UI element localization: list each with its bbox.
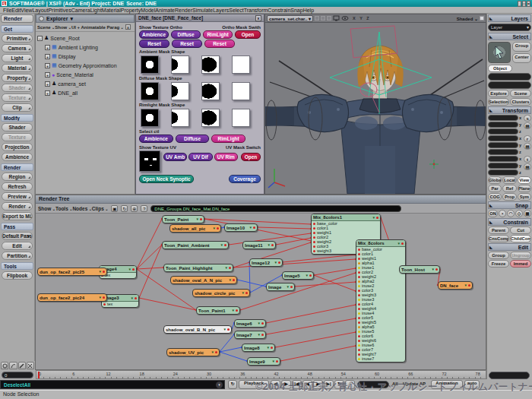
- node-image10[interactable]: Image10▼: [224, 223, 258, 232]
- edit-header[interactable]: Edit: [488, 243, 531, 251]
- snap-header[interactable]: Snap: [488, 201, 531, 209]
- explorer-titlebar[interactable]: Explorer ▾: [36, 14, 135, 23]
- mask-thumbnail-blank[interactable]: [232, 55, 250, 74]
- menu-item[interactable]: Select: [229, 8, 243, 13]
- nav-button[interactable]: Clusters: [510, 98, 531, 106]
- menu-item[interactable]: Snap: [290, 8, 302, 13]
- left-toolbar-item[interactable]: Tools: [1, 262, 33, 270]
- select-ctl-button[interactable]: Diffuse: [176, 135, 210, 143]
- left-toolbar-item[interactable]: Preview: [2, 192, 33, 201]
- tree-expander[interactable]: +: [45, 54, 50, 59]
- menu-item[interactable]: Animate: [155, 8, 175, 13]
- menu-item[interactable]: Primitives: [48, 8, 71, 13]
- node-dun24[interactable]: dun_op_face2_pic24▼: [37, 293, 107, 302]
- ref-mode-button[interactable]: Ref: [502, 185, 516, 192]
- left-toolbar-item[interactable]: Material: [2, 64, 33, 72]
- scale-field[interactable]: [488, 115, 518, 121]
- close-icon[interactable]: x: [255, 15, 261, 21]
- mask-thumbnail-halfmoon[interactable]: [171, 55, 189, 74]
- pencil-tool-tab[interactable]: [18, 362, 26, 369]
- viewport-panel[interactable]: camera_set.char.. ▾ X Y Z Shaded: [264, 14, 486, 195]
- left-toolbar-item[interactable]: Primitive: [2, 34, 33, 43]
- left-toolbar-item[interactable]: Modify: [1, 114, 33, 122]
- node-soa[interactable]: shadow_oval_A_N_pic▼: [170, 276, 237, 284]
- help-icon[interactable]: ?: [141, 205, 147, 212]
- timeline-ruler[interactable]: 06121824303642485460667278: [36, 370, 486, 379]
- node-toon_host[interactable]: Toon_Host▼: [399, 265, 440, 274]
- lasso-tool-tab[interactable]: [1, 362, 8, 369]
- window-control-button[interactable]: ×: [527, 1, 530, 7]
- left-toolbar-item[interactable]: Property: [2, 74, 33, 82]
- explorer-menu[interactable]: Scene: [37, 25, 55, 30]
- tree-row[interactable]: + camera_set: [45, 79, 135, 88]
- render-tree-path-field[interactable]: DNE_Groups.DN_face_Mat.DN_face: [150, 205, 401, 212]
- open-neck-synoptic-button[interactable]: Open Neck Synoptic: [139, 175, 194, 183]
- left-toolbar-item[interactable]: Edit: [2, 242, 33, 250]
- selection-field[interactable]: [488, 73, 531, 81]
- tree-row[interactable]: + Scene_Material: [45, 70, 135, 79]
- mask-thumbnail-circle[interactable]: [141, 109, 159, 127]
- translate-button[interactable]: t: [524, 156, 531, 163]
- explorer-menu[interactable]: Show: [55, 25, 71, 30]
- rotate-field[interactable]: [488, 149, 518, 155]
- node-image12[interactable]: Image12▼: [249, 258, 283, 267]
- ref-mode-button[interactable]: View: [518, 176, 531, 184]
- transform-header[interactable]: Transform: [488, 106, 531, 114]
- mask-thumbnail-circle[interactable]: [141, 82, 159, 100]
- scale-options-icon[interactable]: ▤: [524, 122, 531, 129]
- scissors-tool-tab[interactable]: [27, 362, 34, 369]
- edit-button[interactable]: Ungroup: [510, 252, 531, 259]
- menu-item[interactable]: Layers: [213, 8, 229, 13]
- tree-expander[interactable]: +: [45, 45, 50, 50]
- node-sob[interactable]: shadow_oval_B_N_pic▼: [163, 325, 232, 334]
- tree-row[interactable]: − Scene_Root: [37, 33, 135, 43]
- tree-expander[interactable]: +: [45, 81, 50, 87]
- left-toolbar-item[interactable]: Pass: [1, 223, 33, 230]
- node-mix8[interactable]: Mix_8colors▼base_colorcolor1weight1alpha…: [356, 239, 406, 363]
- menu-item[interactable]: Render: [175, 8, 192, 13]
- ortho-open-button[interactable]: Open: [235, 30, 261, 39]
- ref-mode-button[interactable]: Sym: [518, 193, 531, 201]
- left-toolbar-item[interactable]: Export to MI2: [2, 212, 33, 220]
- node-shadow_all[interactable]: shadow_all_pic▼: [169, 224, 221, 233]
- select-cursor-button[interactable]: [488, 42, 511, 63]
- tree-expander[interactable]: +: [45, 63, 50, 68]
- node-image6[interactable]: Image6▼: [234, 319, 266, 328]
- nav-button[interactable]: Selection: [488, 98, 509, 106]
- node-image7[interactable]: Image7▼: [234, 331, 266, 339]
- node-image5[interactable]: Image5▼: [282, 271, 314, 280]
- edit-button[interactable]: Freeze: [488, 260, 509, 268]
- mask-thumbnail-halfmoon[interactable]: [171, 109, 189, 127]
- menu-item[interactable]: Edit: [11, 8, 21, 13]
- constrain-button[interactable]: CnsComp: [488, 235, 509, 242]
- paint-tool-tab[interactable]: [9, 362, 17, 369]
- rotate-field[interactable]: [488, 142, 518, 148]
- zoom-icon[interactable]: ⊕: [131, 205, 138, 212]
- ortho-button[interactable]: Diffuse: [171, 30, 201, 39]
- lock-icon[interactable]: a: [125, 24, 131, 30]
- scale-field[interactable]: [488, 122, 518, 128]
- select-mode-button[interactable]: Group: [512, 42, 531, 52]
- ref-mode-button[interactable]: Global: [488, 176, 502, 184]
- left-toolbar-item[interactable]: Render: [2, 202, 33, 211]
- left-toolbar-item[interactable]: Texture: [2, 133, 33, 141]
- edit-button[interactable]: Group: [488, 252, 509, 259]
- left-toolbar-item[interactable]: Camera: [2, 44, 33, 52]
- constrain-button[interactable]: Parent: [488, 226, 509, 234]
- ref-mode-button[interactable]: COG: [488, 193, 502, 201]
- snap-on-button[interactable]: ON: [488, 210, 498, 217]
- window-control-button[interactable]: □: [522, 1, 526, 7]
- translate-field[interactable]: [488, 169, 518, 176]
- uv-button[interactable]: UV Dif: [188, 153, 212, 161]
- menu-item[interactable]: Camera: [71, 8, 90, 13]
- module-switcher[interactable]: Render: [1, 14, 33, 23]
- lock-icon[interactable]: ▣: [111, 205, 118, 212]
- node-dun25[interactable]: dun_op_face2_pic25▼: [37, 268, 107, 276]
- rotate-button[interactable]: r: [524, 135, 531, 142]
- node-image8[interactable]: Image8▼: [242, 344, 275, 352]
- render-tree-menu[interactable]: Tools: [55, 206, 72, 211]
- command-history-dropdown-icon[interactable]: ▾: [216, 382, 223, 388]
- tree-row[interactable]: + DNE_all: [45, 88, 135, 97]
- viewport-camera-dropdown[interactable]: camera_set.char.. ▾: [267, 15, 313, 22]
- layers-header[interactable]: Layers: [488, 14, 531, 22]
